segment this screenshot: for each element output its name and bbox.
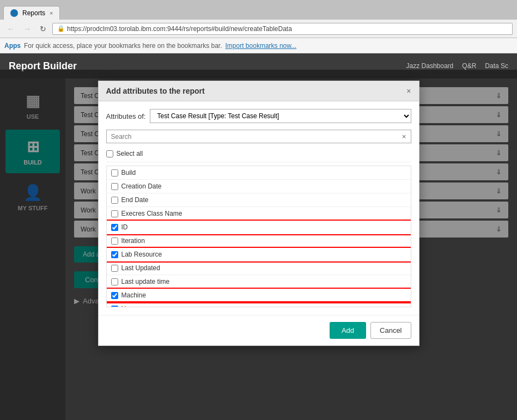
import-bookmarks-link[interactable]: Import bookmarks now...	[226, 42, 297, 50]
attr-checkbox-end_date[interactable]	[111, 197, 118, 204]
back-button[interactable]: ←	[4, 23, 17, 34]
modal-footer: Add Cancel	[99, 315, 419, 345]
attributes-list: BuildCreation DateEnd DateExecres Class …	[106, 166, 411, 307]
refresh-button[interactable]: ↻	[37, 23, 49, 34]
attr-checkbox-last_update_time[interactable]	[111, 278, 118, 285]
attr-item: Creation Date	[107, 180, 411, 193]
attr-checkbox-last_updated[interactable]	[111, 265, 118, 272]
address-bar[interactable]: 🔒 https://prodclm03.torolab.ibm.com:9444…	[52, 23, 513, 35]
attr-label-id[interactable]: ID	[121, 223, 128, 231]
lock-icon: 🔒	[57, 25, 65, 32]
favicon-icon	[10, 9, 18, 17]
attr-label-name[interactable]: Name	[121, 305, 139, 307]
attr-item: Build	[107, 166, 411, 180]
attr-label-last_updated[interactable]: Last Updated	[121, 264, 160, 272]
attr-item: Machine	[107, 289, 411, 302]
attributes-of-select[interactable]: Test Case Result [Type: Test Case Result…	[150, 109, 411, 123]
tab-bar: Reports ×	[0, 0, 517, 20]
topnav-links: Jazz Dashboard Q&R Data Sc	[406, 62, 508, 70]
search-row: ×	[106, 130, 411, 143]
modal-title: Add attributes to the report	[106, 87, 205, 95]
attr-checkbox-lab_resource[interactable]	[111, 251, 118, 258]
address-url: https://prodclm03.torolab.ibm.com:9444/r…	[67, 25, 292, 33]
modal-close-button[interactable]: ×	[406, 87, 411, 95]
attributes-of-row: Attributes of: Test Case Result [Type: T…	[106, 109, 411, 123]
bookmarks-text: For quick access, place your bookmarks h…	[24, 42, 222, 50]
bookmarks-bar: Apps For quick access, place your bookma…	[0, 38, 517, 53]
select-all-label[interactable]: Select all	[117, 150, 143, 157]
modal-header: Add attributes to the report ×	[99, 81, 419, 101]
attr-label-machine[interactable]: Machine	[121, 291, 146, 299]
search-clear-button[interactable]: ×	[398, 130, 411, 143]
nav-bar: ← → ↻ 🔒 https://prodclm03.torolab.ibm.co…	[0, 20, 517, 38]
attr-item: End Date	[107, 193, 411, 207]
attr-checkbox-build[interactable]	[111, 169, 118, 176]
attr-label-iteration[interactable]: Iteration	[121, 237, 145, 245]
topnav-jazz-dashboard[interactable]: Jazz Dashboard	[406, 62, 454, 70]
attr-checkbox-execres_class_name[interactable]	[111, 210, 118, 217]
attr-label-lab_resource[interactable]: Lab Resource	[121, 251, 162, 258]
browser-chrome: Reports × ← → ↻ 🔒 https://prodclm03.toro…	[0, 0, 517, 53]
attr-label-build[interactable]: Build	[121, 169, 136, 176]
browser-tab[interactable]: Reports ×	[3, 6, 60, 20]
topnav-datasc[interactable]: Data Sc	[485, 62, 508, 70]
attr-label-creation_date[interactable]: Creation Date	[121, 182, 162, 190]
modal-overlay: Add attributes to the report × Attribute…	[0, 70, 517, 420]
attr-item: ID	[107, 221, 411, 234]
attributes-of-label: Attributes of:	[106, 112, 146, 120]
attr-checkbox-iteration[interactable]	[111, 238, 118, 245]
attr-item: Last Updated	[107, 261, 411, 275]
modal-dialog: Add attributes to the report × Attribute…	[98, 81, 419, 346]
topnav-qr[interactable]: Q&R	[462, 62, 476, 70]
tab-close-button[interactable]: ×	[50, 10, 53, 16]
attr-item: Last update time	[107, 275, 411, 289]
tab-title: Reports	[22, 9, 45, 17]
forward-button[interactable]: →	[21, 23, 34, 34]
attr-item: Execres Class Name	[107, 207, 411, 221]
cancel-button[interactable]: Cancel	[370, 322, 411, 339]
search-input[interactable]	[107, 131, 398, 143]
attr-checkbox-name[interactable]	[111, 306, 118, 308]
attr-label-last_update_time[interactable]: Last update time	[121, 278, 170, 285]
select-all-row: Select all	[106, 148, 411, 162]
attr-checkbox-id[interactable]	[111, 224, 118, 231]
attr-label-execres_class_name[interactable]: Execres Class Name	[121, 210, 183, 217]
add-button[interactable]: Add	[330, 322, 366, 339]
modal-body: Attributes of: Test Case Result [Type: T…	[99, 101, 419, 315]
select-all-checkbox[interactable]	[106, 150, 113, 157]
attr-item: Iteration	[107, 234, 411, 248]
attr-item: Name	[107, 302, 411, 307]
attr-checkbox-creation_date[interactable]	[111, 183, 118, 190]
attr-item: Lab Resource	[107, 248, 411, 261]
apps-link[interactable]: Apps	[4, 42, 21, 50]
attr-checkbox-machine[interactable]	[111, 292, 118, 299]
attr-label-end_date[interactable]: End Date	[121, 196, 149, 204]
